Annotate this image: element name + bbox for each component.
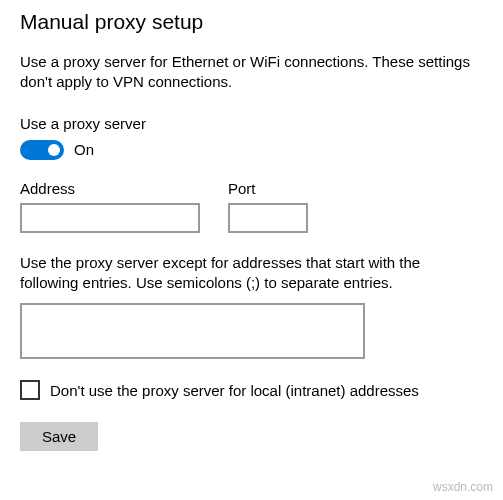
port-input[interactable] — [228, 203, 308, 233]
use-proxy-toggle[interactable] — [20, 140, 64, 160]
address-group: Address — [20, 180, 200, 233]
page-title: Manual proxy setup — [20, 10, 483, 34]
watermark: wsxdn.com — [433, 480, 493, 494]
save-button[interactable]: Save — [20, 422, 98, 451]
exceptions-description: Use the proxy server except for addresse… — [20, 253, 460, 294]
address-port-row: Address Port — [20, 180, 483, 233]
address-input[interactable] — [20, 203, 200, 233]
use-proxy-label: Use a proxy server — [20, 115, 483, 132]
local-bypass-checkbox[interactable] — [20, 380, 40, 400]
exceptions-input[interactable] — [20, 303, 365, 359]
use-proxy-toggle-row: On — [20, 140, 483, 160]
use-proxy-state: On — [74, 141, 94, 158]
local-bypass-label: Don't use the proxy server for local (in… — [50, 382, 419, 399]
port-label: Port — [228, 180, 308, 197]
port-group: Port — [228, 180, 308, 233]
proxy-description: Use a proxy server for Ethernet or WiFi … — [20, 52, 480, 93]
local-bypass-row: Don't use the proxy server for local (in… — [20, 380, 483, 400]
address-label: Address — [20, 180, 200, 197]
